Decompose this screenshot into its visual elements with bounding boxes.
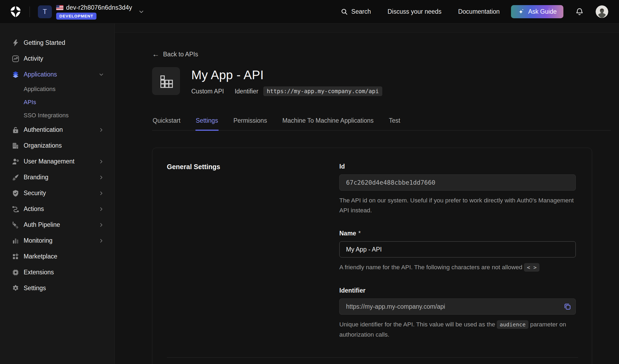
sidebar-subitem-apis[interactable]: APIs [0, 96, 114, 109]
chevron-right-icon [98, 222, 104, 228]
name-help-text: A friendly name for the API. The followi… [339, 262, 576, 272]
sidebar-item-user-management[interactable]: User Management [0, 154, 114, 169]
sidebar-item-branding[interactable]: Branding [0, 169, 114, 185]
tab-permissions[interactable]: Permissions [233, 117, 268, 130]
tab-quickstart[interactable]: Quickstart [152, 117, 181, 130]
us-flag-icon [56, 5, 63, 10]
name-input[interactable] [339, 241, 576, 257]
chevron-right-icon [98, 174, 104, 180]
id-field-label: Id [339, 163, 576, 170]
topbar-divider [30, 6, 30, 17]
chevron-down-icon [138, 9, 145, 15]
id-field: Id The API id on our system. Useful if y… [339, 163, 576, 215]
page-title: My App - API [191, 68, 382, 82]
auth0-shield-logo [10, 6, 21, 18]
sidebar-item-auth-pipeline[interactable]: Auth Pipeline [0, 217, 114, 233]
content-header-strip [115, 24, 619, 32]
main-content: ← Back to APIs My App - API C [115, 24, 619, 364]
sidebar-item-label: Getting Started [24, 39, 65, 46]
back-to-apis-link[interactable]: ← Back to APIs [152, 51, 198, 58]
sidebar-item-getting-started[interactable]: Getting Started [0, 35, 114, 51]
sidebar-item-label: Security [24, 190, 46, 197]
section-heading: General Settings [167, 163, 339, 171]
sidebar-item-extensions[interactable]: Extensions [0, 264, 114, 280]
sidebar: Getting StartedActivityApplicationsAppli… [0, 24, 115, 364]
sidebar-item-security[interactable]: Security [0, 185, 114, 201]
sidebar-item-monitoring[interactable]: Monitoring [0, 233, 114, 249]
search-button[interactable]: Search [341, 8, 371, 15]
chevron-right-icon [98, 159, 104, 165]
sidebar-item-label: Activity [24, 55, 43, 62]
sidebar-item-applications[interactable]: Applications [0, 67, 114, 82]
documentation-link[interactable]: Documentation [458, 8, 500, 15]
name-field-label: Name * [339, 230, 576, 237]
chevron-right-icon [98, 206, 104, 212]
sidebar-item-settings[interactable]: Settings [0, 280, 114, 296]
chevron-right-icon [98, 190, 104, 196]
identifier-field: Identifier Unique identifier for the API… [339, 287, 576, 340]
sidebar-item-label: Actions [24, 205, 44, 213]
organizations-icon [12, 142, 20, 150]
pipeline-icon [12, 221, 20, 229]
general-settings-card: General Settings Id The API id on our sy… [152, 148, 592, 364]
lightning-icon [12, 39, 20, 47]
notifications-bell-icon[interactable] [575, 7, 584, 16]
tenant-name: dev-r2h8076n6dns3d4y [66, 4, 132, 11]
tab-bar: QuickstartSettingsPermissionsMachine To … [152, 117, 611, 130]
ask-guide-label: Ask Guide [528, 8, 557, 15]
identifier-chip: https://my-app.my-company.com/api [263, 86, 382, 96]
bar-chart-icon [12, 237, 20, 245]
required-mark: * [358, 230, 361, 237]
sidebar-item-marketplace[interactable]: Marketplace [0, 249, 114, 264]
paintbrush-icon [12, 173, 20, 181]
arrow-left-icon: ← [152, 51, 159, 58]
sidebar-subitem-applications[interactable]: Applications [0, 82, 114, 96]
ask-guide-button[interactable]: Ask Guide [511, 5, 563, 18]
chevron-down-icon [98, 72, 104, 78]
sidebar-item-label: User Management [24, 158, 74, 165]
sidebar-item-label: Authentication [24, 126, 63, 133]
discuss-your-needs-label: Discuss your needs [387, 8, 441, 15]
building-blocks-icon [152, 67, 180, 95]
sidebar-item-label: Monitoring [24, 237, 52, 244]
identifier-help-text: Unique identifier for the API. This valu… [339, 319, 576, 340]
gear-icon [12, 284, 20, 292]
activity-icon [12, 55, 20, 63]
sidebar-item-label: Organizations [24, 142, 62, 149]
copy-icon[interactable] [563, 303, 571, 311]
back-to-apis-label: Back to APIs [163, 51, 198, 58]
chevron-right-icon [98, 127, 104, 133]
api-type-label: Custom API [191, 88, 224, 95]
sidebar-item-organizations[interactable]: Organizations [0, 138, 114, 154]
discuss-your-needs-link[interactable]: Discuss your needs [387, 8, 441, 15]
sidebar-item-authentication[interactable]: Authentication [0, 122, 114, 138]
sidebar-subitem-sso-integrations[interactable]: SSO Integrations [0, 109, 114, 122]
chevron-right-icon [98, 238, 104, 244]
name-field: Name * A friendly name for the API. The … [339, 230, 576, 272]
sidebar-item-label: Branding [24, 174, 48, 181]
search-icon [341, 8, 348, 15]
tenant-switcher[interactable]: T dev-r2h8076n6dns3d4y DEVELOPMENT [38, 4, 145, 20]
id-input [339, 174, 576, 191]
tab-settings[interactable]: Settings [195, 117, 219, 130]
flow-icon [12, 205, 20, 213]
sidebar-item-label: Settings [24, 285, 46, 292]
layers-icon [12, 71, 20, 79]
marketplace-icon [12, 253, 20, 261]
topbar: T dev-r2h8076n6dns3d4y DEVELOPMENT Searc… [0, 0, 619, 24]
identifier-field-label: Identifier [339, 287, 576, 294]
sidebar-item-label: Applications [24, 71, 57, 78]
sidebar-item-activity[interactable]: Activity [0, 51, 114, 67]
chip-icon [12, 268, 20, 276]
user-avatar-photo[interactable] [596, 5, 608, 18]
search-label: Search [351, 8, 371, 15]
sidebar-subitem-label: APIs [24, 99, 36, 106]
tab-test[interactable]: Test [388, 117, 401, 130]
sidebar-item-actions[interactable]: Actions [0, 201, 114, 217]
tab-machine-to-machine-applications[interactable]: Machine To Machine Applications [282, 117, 374, 130]
identifier-input [339, 299, 576, 315]
lock-icon [12, 126, 20, 134]
sidebar-subitem-label: SSO Integrations [24, 112, 69, 119]
id-help-text: The API id on our system. Useful if you … [339, 195, 576, 215]
sidebar-subitem-label: Applications [24, 86, 56, 93]
